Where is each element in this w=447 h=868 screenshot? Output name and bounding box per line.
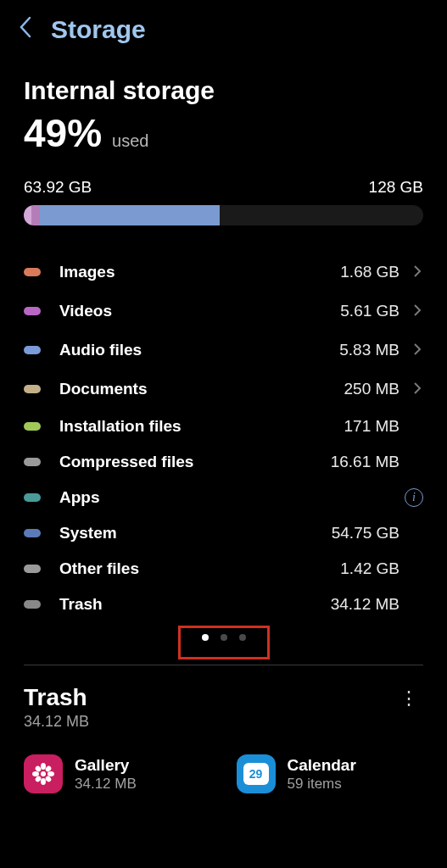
category-label: Images: [59, 263, 340, 281]
bar-segment: [40, 205, 220, 225]
category-row: Other files1.42 GB: [24, 551, 423, 587]
svg-point-4: [47, 771, 54, 776]
category-row: Trash34.12 MB: [24, 587, 423, 622]
trash-item[interactable]: Gallery34.12 MB: [24, 754, 211, 793]
divider: [24, 665, 423, 665]
category-label: System: [59, 524, 332, 542]
category-row: System54.75 GB: [24, 515, 423, 551]
calendar-day: 29: [243, 763, 269, 785]
calendar-icon: 29: [237, 754, 276, 793]
category-row[interactable]: Documents250 MB: [24, 370, 423, 409]
bar-segment: [31, 205, 39, 225]
chevron-right-icon: [411, 300, 423, 322]
section-title: Internal storage: [24, 76, 423, 105]
category-size: 1.68 GB: [340, 263, 400, 281]
category-row[interactable]: Audio files5.83 MB: [24, 331, 423, 370]
category-size: 171 MB: [344, 417, 400, 436]
trash-header: Trash 34.12 MB ⋮: [24, 684, 423, 731]
category-row: Appsi: [24, 480, 423, 515]
category-label: Videos: [59, 302, 340, 320]
chevron-right-icon: [411, 339, 423, 361]
gallery-icon: [24, 754, 63, 793]
used-amount: 63.92 GB: [24, 178, 92, 197]
trash-section: Trash 34.12 MB ⋮ Gallery34.12 MB29Calend…: [0, 684, 447, 793]
category-pill-icon: [24, 529, 41, 537]
trash-title: Trash: [24, 684, 89, 711]
category-pill-icon: [24, 307, 41, 315]
category-size: 250 MB: [344, 380, 400, 398]
trash-item-sub: 34.12 MB: [75, 776, 137, 793]
category-row: Compressed files16.61 MB: [24, 444, 423, 480]
category-pill-icon: [24, 422, 41, 431]
category-size: 5.61 GB: [340, 302, 400, 320]
svg-point-2: [41, 778, 46, 785]
app-header: Storage: [0, 0, 447, 61]
category-label: Documents: [59, 380, 344, 398]
category-pill-icon: [24, 565, 41, 573]
trash-item-name: Gallery: [75, 756, 137, 775]
storage-bar: [24, 205, 423, 225]
category-label: Other files: [59, 559, 340, 578]
category-row: Installation files171 MB: [24, 409, 423, 444]
category-pill-icon: [24, 600, 41, 609]
trash-item-text: Gallery34.12 MB: [75, 756, 137, 793]
bar-segment: [24, 205, 31, 225]
page-title: Storage: [51, 15, 146, 44]
category-size: 34.12 MB: [331, 595, 400, 614]
svg-point-1: [41, 763, 46, 770]
more-icon[interactable]: ⋮: [394, 684, 423, 713]
category-pill-icon: [24, 458, 41, 466]
trash-items: Gallery34.12 MB29Calendar59 items: [24, 754, 423, 793]
percent-row: 49% used: [24, 110, 423, 156]
svg-point-0: [41, 771, 46, 776]
chevron-right-icon: [411, 261, 423, 283]
chevron-right-icon: [411, 378, 423, 400]
category-label: Compressed files: [59, 453, 331, 471]
category-size: 16.61 MB: [331, 453, 400, 471]
categories-list: Images1.68 GBVideos5.61 GBAudio files5.8…: [24, 253, 423, 622]
trash-size: 34.12 MB: [24, 713, 89, 731]
svg-point-3: [32, 771, 39, 776]
trash-item[interactable]: 29Calendar59 items: [237, 754, 424, 793]
category-size: 1.42 GB: [340, 559, 400, 578]
category-label: Apps: [59, 488, 393, 507]
category-pill-icon: [24, 346, 41, 354]
category-label: Trash: [59, 595, 331, 614]
main-content: Internal storage 49% used 63.92 GB 128 G…: [0, 61, 447, 665]
percent-value: 49%: [24, 110, 102, 156]
trash-item-text: Calendar59 items: [288, 756, 356, 793]
highlight-box: [178, 626, 270, 659]
category-row[interactable]: Images1.68 GB: [24, 253, 423, 292]
back-icon[interactable]: [19, 16, 32, 44]
category-size: 5.83 MB: [339, 341, 400, 359]
category-size: 54.75 GB: [332, 524, 400, 542]
pagination: [24, 622, 423, 651]
used-label: used: [112, 131, 148, 151]
category-pill-icon: [24, 493, 41, 502]
info-icon[interactable]: i: [405, 488, 423, 507]
total-amount: 128 GB: [369, 178, 423, 197]
category-pill-icon: [24, 385, 41, 393]
category-pill-icon: [24, 268, 41, 276]
category-row[interactable]: Videos5.61 GB: [24, 292, 423, 331]
trash-item-sub: 59 items: [288, 776, 356, 793]
category-label: Installation files: [59, 417, 344, 436]
trash-item-name: Calendar: [288, 756, 356, 775]
category-label: Audio files: [59, 341, 339, 359]
capacity-labels: 63.92 GB 128 GB: [24, 178, 423, 197]
